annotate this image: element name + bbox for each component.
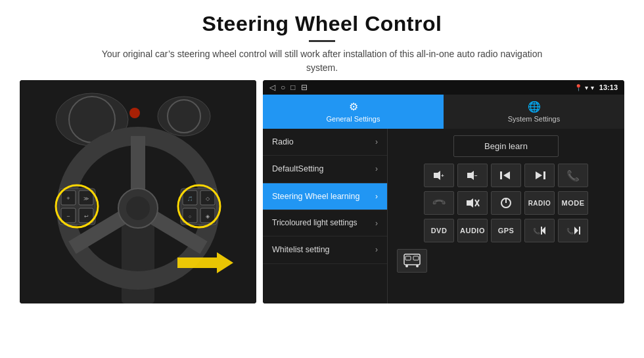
vol-up-button[interactable]: +	[424, 164, 454, 187]
menu-item-default[interactable]: DefaultSetting ›	[263, 156, 387, 183]
tab-general-label: General Settings	[327, 115, 380, 123]
android-panel: ◁ ○ □ ⊟ 📍 ▾ ▾ 13:13 ⚙ General Settings	[263, 80, 624, 303]
begin-learn-row: Begin learn	[392, 134, 620, 160]
tab-system[interactable]: 🌐 System Settings	[444, 95, 624, 129]
audio-button[interactable]: AUDIO	[457, 219, 488, 242]
menu-steering-chevron: ›	[375, 192, 378, 201]
phone-icon: 📞	[566, 169, 580, 182]
svg-text:🎵: 🎵	[187, 196, 193, 202]
steering-wheel-svg: + ≫ − ↩ 🎵 ◇ ○ ◈	[20, 80, 256, 303]
svg-marker-42	[467, 198, 473, 208]
menu-icon[interactable]: ⊟	[301, 83, 308, 92]
phone-end-icon: 📞	[431, 195, 446, 210]
svg-text:−: −	[474, 173, 478, 179]
svg-text:↩: ↩	[84, 213, 89, 219]
menu-item-whitelist[interactable]: Whitelist setting ›	[263, 236, 387, 263]
phone-next-icon: 📞	[566, 225, 580, 236]
phone-prev-button[interactable]: 📞	[524, 219, 555, 242]
svg-text:📞: 📞	[566, 227, 574, 235]
wifi-icon: ▾	[585, 84, 588, 91]
svg-point-12	[126, 196, 150, 220]
recent-icon[interactable]: □	[290, 83, 295, 92]
ctrl-row-3: DVD AUDIO GPS 📞 📞	[392, 219, 620, 242]
menu-item-tricoloured[interactable]: Tricoloured light settings ›	[263, 210, 387, 237]
home-icon[interactable]: ○	[281, 83, 285, 92]
menu-whitelist-chevron: ›	[375, 245, 378, 254]
menu-tricoloured-chevron: ›	[375, 219, 378, 228]
svg-text:≫: ≫	[83, 196, 89, 202]
menu-item-radio-label: Radio	[272, 137, 294, 147]
mute-button[interactable]	[457, 191, 488, 215]
next-track-icon	[533, 170, 546, 181]
prev-track-button[interactable]	[491, 164, 521, 187]
header-divider	[309, 40, 335, 42]
begin-learn-button[interactable]: Begin learn	[453, 135, 559, 157]
status-right: 📍 ▾ ▾ 13:13	[574, 83, 618, 91]
android-main: Radio › DefaultSetting › Steering Wheel …	[263, 129, 624, 303]
status-nav-icons: ◁ ○ □ ⊟	[269, 83, 308, 92]
svg-text:◇: ◇	[206, 196, 210, 202]
gps-button[interactable]: GPS	[491, 219, 521, 242]
page-title: Steering Wheel Control	[26, 12, 618, 36]
page-wrapper: Steering Wheel Control Your original car…	[0, 0, 644, 358]
general-settings-icon: ⚙	[349, 101, 358, 113]
bus-icon	[403, 253, 421, 269]
power-button[interactable]	[491, 191, 521, 215]
tab-general[interactable]: ⚙ General Settings	[263, 95, 444, 129]
power-icon	[500, 197, 512, 209]
svg-text:+: +	[66, 195, 70, 202]
back-icon[interactable]: ◁	[269, 83, 275, 92]
system-settings-icon: 🌐	[528, 101, 541, 113]
svg-point-56	[405, 265, 408, 267]
svg-text:○: ○	[189, 214, 191, 219]
menu-item-steering-label: Steering Wheel learning	[272, 191, 359, 202]
menu-item-steering[interactable]: Steering Wheel learning ›	[263, 183, 387, 210]
steering-panel: + ≫ − ↩ 🎵 ◇ ○ ◈	[20, 80, 256, 303]
phone-prev-icon: 📞	[532, 225, 547, 236]
phone-end-button[interactable]: 📞	[424, 191, 454, 215]
svg-text:+: +	[441, 173, 444, 179]
phone-answer-button[interactable]: 📞	[558, 164, 588, 187]
menu-item-radio[interactable]: Radio ›	[263, 129, 387, 156]
svg-rect-54	[405, 256, 411, 260]
svg-rect-53	[404, 254, 420, 265]
ctrl-row-4	[392, 249, 620, 273]
svg-marker-36	[467, 171, 474, 180]
svg-text:◈: ◈	[206, 213, 210, 219]
menu-item-tricoloured-label: Tricoloured light settings	[272, 218, 357, 229]
svg-rect-6	[122, 225, 154, 303]
svg-rect-38	[500, 171, 502, 179]
vol-down-button[interactable]: −	[457, 164, 488, 187]
tab-system-label: System Settings	[508, 115, 560, 123]
status-time: 13:13	[599, 83, 618, 91]
svg-marker-34	[434, 171, 440, 180]
svg-marker-41	[536, 171, 542, 179]
menu-list: Radio › DefaultSetting › Steering Wheel …	[263, 129, 388, 303]
ctrl-row-1: + −	[392, 164, 620, 187]
svg-text:−: −	[66, 213, 70, 219]
radio-button[interactable]: RADIO	[524, 191, 555, 215]
whitelist-icon-button[interactable]	[397, 249, 427, 273]
svg-marker-39	[503, 171, 510, 179]
svg-point-5	[129, 108, 140, 118]
menu-default-chevron: ›	[375, 164, 378, 173]
mode-button[interactable]: MODE	[558, 191, 588, 215]
menu-item-whitelist-label: Whitelist setting	[272, 244, 330, 255]
content-area: + ≫ − ↩ 🎵 ◇ ○ ◈	[0, 80, 644, 358]
dvd-button[interactable]: DVD	[424, 219, 454, 242]
menu-item-default-label: DefaultSetting	[272, 164, 324, 174]
svg-marker-52	[574, 227, 578, 235]
page-subtitle: Your original car’s steering wheel contr…	[99, 47, 545, 75]
phone-next-button[interactable]: 📞	[558, 219, 588, 242]
svg-rect-55	[413, 256, 419, 260]
svg-point-2	[158, 97, 210, 136]
vol-up-icon: +	[432, 169, 446, 181]
controls-panel: Begin learn + −	[388, 129, 624, 303]
status-bar: ◁ ○ □ ⊟ 📍 ▾ ▾ 13:13	[263, 80, 624, 95]
svg-rect-51	[579, 227, 580, 235]
svg-text:📞: 📞	[533, 227, 541, 235]
tab-bar: ⚙ General Settings 🌐 System Settings	[263, 95, 624, 129]
next-track-button[interactable]	[524, 164, 555, 187]
menu-radio-chevron: ›	[375, 137, 378, 146]
page-header: Steering Wheel Control Your original car…	[0, 0, 644, 80]
